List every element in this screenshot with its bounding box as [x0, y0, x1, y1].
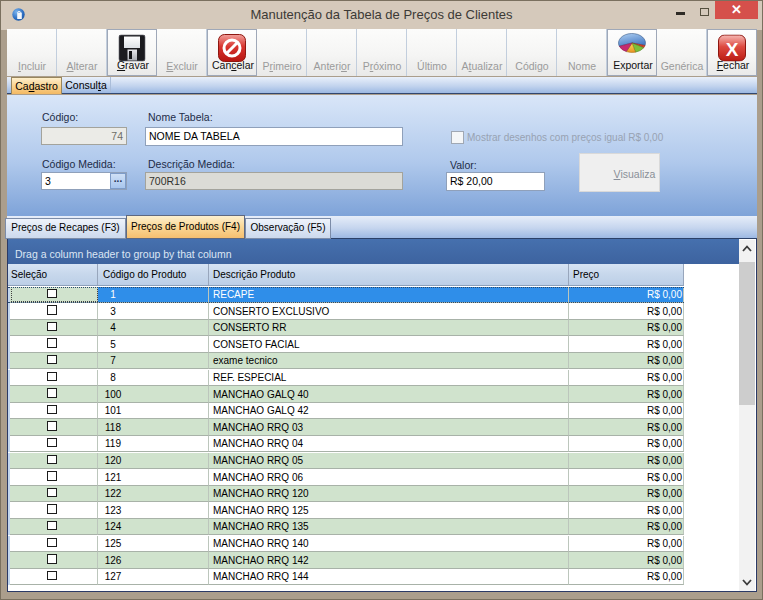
svg-text:X: X	[726, 38, 739, 59]
